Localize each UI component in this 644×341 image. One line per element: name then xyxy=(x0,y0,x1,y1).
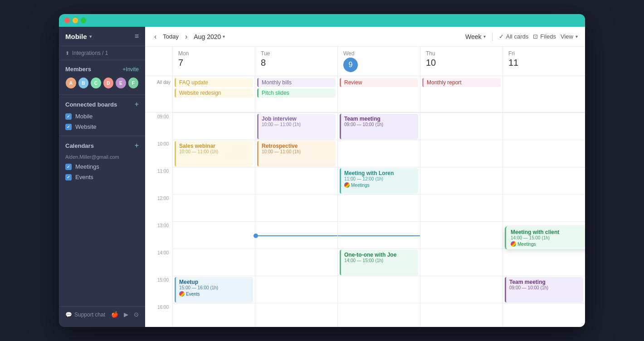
avatar: B xyxy=(78,77,89,89)
minimize-icon[interactable] xyxy=(73,18,78,23)
add-board-button[interactable]: + xyxy=(135,100,139,108)
event-meetup[interactable]: Meetup 15:00 — 16:00 (1h) Events xyxy=(175,277,253,302)
calendar-events-label: Events xyxy=(75,174,93,180)
view-selector[interactable]: Week ▾ xyxy=(465,33,486,40)
event-one-to-one[interactable]: One-to-one with Joe 14:00 — 15:00 (1h) xyxy=(340,250,418,275)
cell-tue-1400 xyxy=(255,248,337,276)
cell-mon-0900 xyxy=(172,112,255,140)
cell-tue-1300 xyxy=(255,221,337,248)
board-website-label: Website xyxy=(75,123,97,130)
event-monthly-bills[interactable]: Monthly bills xyxy=(257,78,336,87)
maximize-icon[interactable] xyxy=(81,18,86,23)
sidebar-title-text: Mobile xyxy=(65,33,87,40)
integration-icon: ⬆ xyxy=(65,50,69,56)
app-body: Mobile ▾ ≡ ⬆ Integrations / 1 Members +I… xyxy=(59,27,585,327)
calendar-meetings-item[interactable]: Meetings xyxy=(65,163,139,170)
event-website-redesign[interactable]: Website redesign xyxy=(175,88,253,97)
cell-thu-1500 xyxy=(420,276,503,303)
view-btn-label: View xyxy=(561,33,573,40)
event-pitch-slides[interactable]: Pitch slides xyxy=(257,88,336,97)
cell-fri-1200 xyxy=(503,194,585,221)
chevron-down-icon: ▾ xyxy=(89,34,92,39)
settings-icon[interactable]: ⊙ xyxy=(134,311,139,318)
avatar: C xyxy=(90,77,102,89)
cell-fri-1500: Team meeting 09:00 — 10:00 (1h) xyxy=(503,276,585,303)
view-option-chevron-icon: ▾ xyxy=(576,34,578,39)
invite-button[interactable]: +Invite xyxy=(122,66,139,73)
members-section: Members +Invite A B C D E F xyxy=(59,60,145,95)
day-header-thu: Thu 10 xyxy=(420,47,503,76)
avatar: A xyxy=(65,77,77,89)
cell-wed-1600 xyxy=(337,303,420,327)
support-label: Support chat xyxy=(74,312,105,318)
board-mobile-item[interactable]: Mobile xyxy=(65,113,139,120)
event-monthly-report[interactable]: Monthly report xyxy=(422,78,501,87)
cell-wed-1100: Meeting with Loren 11:00 — 12:00 (1h) Me… xyxy=(337,167,420,194)
event-meeting-client-floating[interactable]: Meeting with client 14:00 — 15:00 (1h) M… xyxy=(505,226,585,249)
menu-icon[interactable]: ≡ xyxy=(135,32,139,40)
time-grid-inner: 09:00 Job interview 10:00 — 11:00 (1h) xyxy=(145,112,585,327)
support-chat-link[interactable]: 💬 Support chat xyxy=(65,312,105,318)
apple-icon[interactable]: 🍎 xyxy=(111,311,118,318)
event-job-interview[interactable]: Job interview 10:00 — 11:00 (1h) xyxy=(257,114,336,139)
cell-fri-1300: Meeting with client 14:00 — 15:00 (1h) M… xyxy=(503,221,585,248)
cell-wed-1400: One-to-one with Joe 14:00 — 15:00 (1h) xyxy=(337,248,420,276)
all-day-row: All day FAQ update Website redesign Mont… xyxy=(145,76,585,112)
event-faq-update[interactable]: FAQ update xyxy=(175,78,253,87)
day-headers: Mon 7 Tue 8 Wed 9 Thu 10 xyxy=(145,47,585,76)
fileds-option[interactable]: ⊡ Fileds xyxy=(533,33,556,40)
cell-mon-1100 xyxy=(172,167,255,194)
cell-tue-1200 xyxy=(255,194,337,221)
time-label-1300: 13:00 xyxy=(145,221,172,248)
board-website-checkbox[interactable] xyxy=(65,124,72,130)
today-button[interactable]: Today xyxy=(163,33,179,40)
check-icon: ✓ xyxy=(499,33,504,40)
time-label-1200: 12:00 xyxy=(145,194,172,221)
all-cards-option[interactable]: ✓ All cards xyxy=(499,33,529,40)
calendars-title: Calendars xyxy=(65,142,94,149)
event-retrospective[interactable]: Retrospective 10:00 — 11:00 (1h) xyxy=(257,141,336,166)
view-label: Week xyxy=(465,33,482,40)
cell-wed-1300 xyxy=(337,221,420,248)
board-website-item[interactable]: Website xyxy=(65,123,139,130)
cell-thu-1400 xyxy=(420,248,503,276)
play-icon[interactable]: ▶ xyxy=(124,311,128,318)
sidebar-footer: 💬 Support chat 🍎 ▶ ⊙ xyxy=(59,306,145,322)
add-calendar-button[interactable]: + xyxy=(135,141,139,150)
cell-tue-1000: Retrospective 10:00 — 11:00 (1h) xyxy=(255,140,337,167)
calendar-user-label: Aiden.Miller@gmail.com xyxy=(65,154,139,160)
time-label-1500: 15:00 xyxy=(145,276,172,303)
cell-tue-0900: Job interview 10:00 — 11:00 (1h) xyxy=(255,112,337,140)
close-icon[interactable] xyxy=(64,18,70,23)
avatar: E xyxy=(115,77,127,89)
cell-wed-1500 xyxy=(337,276,420,303)
cell-fri-1400 xyxy=(503,248,585,276)
integrations-row[interactable]: ⬆ Integrations / 1 xyxy=(59,46,145,60)
cell-fri-1600 xyxy=(503,303,585,327)
event-meeting-loren[interactable]: Meeting with Loren 11:00 — 12:00 (1h) Me… xyxy=(340,168,418,194)
event-sales-webinar[interactable]: Sales webinar 10:00 — 11:00 (1h) xyxy=(175,141,253,166)
day-header-tue: Tue 8 xyxy=(255,47,337,76)
next-button[interactable]: › xyxy=(183,31,189,43)
view-option[interactable]: View ▾ xyxy=(561,33,578,40)
event-team-meeting-2[interactable]: Team meeting 09:00 — 10:00 (1h) xyxy=(505,277,583,302)
members-title: Members xyxy=(65,66,91,73)
cell-mon-1500: Meetup 15:00 — 16:00 (1h) Events xyxy=(172,276,255,303)
board-mobile-checkbox[interactable] xyxy=(65,113,72,120)
prev-button[interactable]: ‹ xyxy=(152,31,158,43)
month-selector[interactable]: Aug 2020 ▾ xyxy=(194,33,225,40)
time-label-1000: 10:00 xyxy=(145,140,172,167)
cell-thu-1000 xyxy=(420,140,503,167)
cell-tue-1600 xyxy=(255,303,337,327)
cell-mon-1200 xyxy=(172,194,255,221)
calendar-events-item[interactable]: Events xyxy=(65,174,139,180)
event-review[interactable]: Review xyxy=(340,78,418,87)
cell-tue-1500 xyxy=(255,276,337,303)
sidebar-header: Mobile ▾ ≡ xyxy=(59,27,145,46)
connected-boards-section: Connected boards + Mobile Website xyxy=(59,95,145,136)
calendar-meetings-checkbox[interactable] xyxy=(65,164,72,170)
sidebar-title[interactable]: Mobile ▾ xyxy=(65,33,92,40)
event-team-meeting[interactable]: Team meeting 09:00 — 10:00 (1h) xyxy=(340,114,418,139)
cell-wed-1200 xyxy=(337,194,420,221)
calendar-events-checkbox[interactable] xyxy=(65,174,72,180)
